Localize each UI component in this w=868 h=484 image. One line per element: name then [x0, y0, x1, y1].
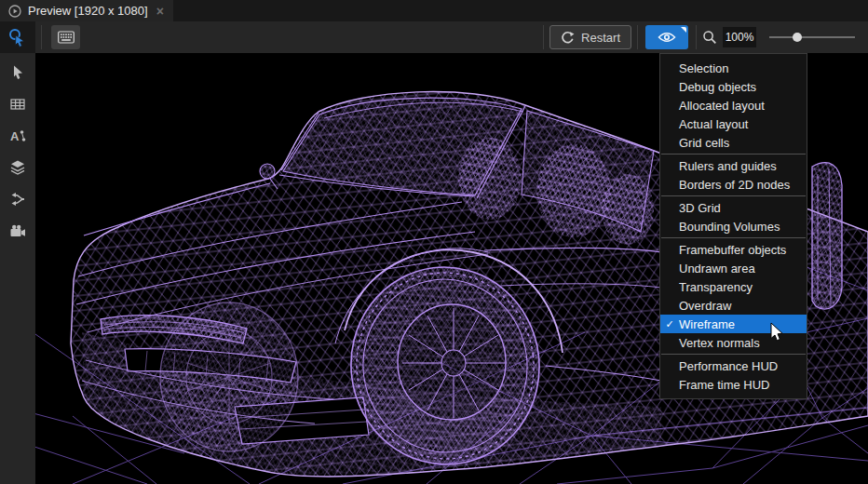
cursor-click-icon: [7, 27, 28, 47]
zoom-slider-handle[interactable]: [793, 33, 802, 42]
tab-close-icon[interactable]: ×: [156, 5, 164, 18]
menu-item-borders-of-2d-nodes[interactable]: Borders of 2D nodes: [660, 175, 807, 194]
menu-item-label: Bounding Volumes: [679, 220, 780, 234]
keyboard-icon: [58, 31, 75, 44]
menu-item-rulers-and-guides[interactable]: Rulers and guides: [660, 156, 807, 175]
menu-item-label: Selection: [679, 61, 728, 75]
menu-item-label: Transparency: [679, 280, 753, 294]
menu-item-grid-cells[interactable]: Grid cells: [660, 133, 807, 152]
menu-item-selection[interactable]: Selection: [660, 59, 807, 77]
menu-item-3d-grid[interactable]: 3D Grid: [660, 198, 807, 217]
menu-separator: [661, 154, 806, 155]
restart-label: Restart: [581, 31, 620, 45]
virtual-keyboard-button[interactable]: [51, 25, 80, 49]
zoom-level-field[interactable]: 100%: [723, 27, 756, 47]
toolbar-separator: [41, 25, 42, 49]
menu-item-label: Wireframe: [679, 317, 735, 331]
menu-separator: [661, 354, 806, 355]
menu-item-allocated-layout[interactable]: Allocated layout: [660, 96, 807, 114]
branch-icon: [9, 191, 26, 208]
menu-item-label: Actual layout: [679, 117, 748, 131]
text-node-icon: A: [9, 128, 26, 144]
tab-preview[interactable]: Preview [1920 x 1080] ×: [0, 0, 173, 21]
sidebar-table-tool[interactable]: [0, 88, 35, 120]
menu-item-label: Grid cells: [679, 136, 729, 150]
restart-button[interactable]: Restart: [549, 25, 631, 49]
menu-item-label: 3D Grid: [679, 201, 721, 215]
menu-item-overdraw[interactable]: Overdraw: [660, 296, 807, 315]
menu-item-framebuffer-objects[interactable]: Framebuffer objects: [660, 240, 807, 259]
menu-item-debug-objects[interactable]: Debug objects: [660, 77, 807, 96]
menu-item-label: Debug objects: [679, 80, 756, 94]
visualization-menu-button[interactable]: [645, 25, 688, 49]
menu-separator: [661, 237, 806, 238]
sidebar-layers-tool[interactable]: [0, 152, 35, 183]
menu-item-undrawn-area[interactable]: Undrawn area: [660, 259, 807, 277]
camera-icon: [9, 222, 26, 239]
menu-item-frame-time-hud[interactable]: Frame time HUD: [660, 375, 807, 394]
menu-item-label: Allocated layout: [679, 99, 765, 113]
menu-item-label: Overdraw: [679, 299, 731, 313]
menu-item-bounding-volumes[interactable]: Bounding Volumes: [660, 217, 807, 235]
menu-item-performance-hud[interactable]: Performance HUD: [660, 356, 807, 375]
application-window: Preview [1920 x 1080] ×: [0, 0, 868, 484]
menu-item-vertex-normals[interactable]: Vertex normals: [660, 333, 807, 352]
layers-icon: [9, 159, 26, 176]
sidebar-branch-tool[interactable]: [0, 183, 35, 215]
toolbar: Restart 100%: [0, 21, 868, 53]
menu-item-label: Frame time HUD: [679, 378, 770, 392]
tab-title: Preview [1920 x 1080]: [28, 4, 148, 18]
menu-item-label: Undrawn area: [679, 262, 755, 276]
menu-item-label: Vertex normals: [679, 336, 760, 350]
sidebar-camera-tool[interactable]: [0, 215, 35, 247]
play-circle-icon: [8, 5, 21, 18]
svg-text:A: A: [10, 129, 20, 143]
eye-icon: [658, 31, 676, 44]
menu-item-actual-layout[interactable]: Actual layout: [660, 114, 807, 133]
menu-item-label: Borders of 2D nodes: [679, 178, 790, 192]
toolbar-separator: [696, 25, 697, 49]
magnifier-icon: [702, 30, 717, 45]
toolbar-separator: [543, 25, 544, 49]
menu-item-wireframe[interactable]: ✓Wireframe: [660, 315, 807, 333]
interaction-mode-button[interactable]: [0, 21, 35, 53]
menu-item-label: Rulers and guides: [679, 159, 777, 173]
menu-item-label: Framebuffer objects: [679, 243, 786, 257]
menu-item-transparency[interactable]: Transparency: [660, 277, 807, 296]
table-icon: [9, 96, 26, 113]
left-toolbar: A: [0, 53, 35, 484]
visualization-dropdown-menu: SelectionDebug objectsAllocated layoutAc…: [659, 53, 807, 399]
checkmark-icon: ✓: [660, 318, 679, 330]
sidebar-text-tool[interactable]: A: [0, 120, 35, 152]
tab-bar: Preview [1920 x 1080] ×: [0, 0, 868, 21]
menu-separator: [661, 195, 806, 196]
menu-item-label: Performance HUD: [679, 359, 778, 373]
refresh-icon: [561, 31, 575, 45]
zoom-slider[interactable]: [769, 36, 855, 38]
sidebar-pointer-tool[interactable]: [0, 57, 35, 88]
pointer-icon: [9, 64, 26, 81]
toolbar-separator: [637, 25, 638, 49]
